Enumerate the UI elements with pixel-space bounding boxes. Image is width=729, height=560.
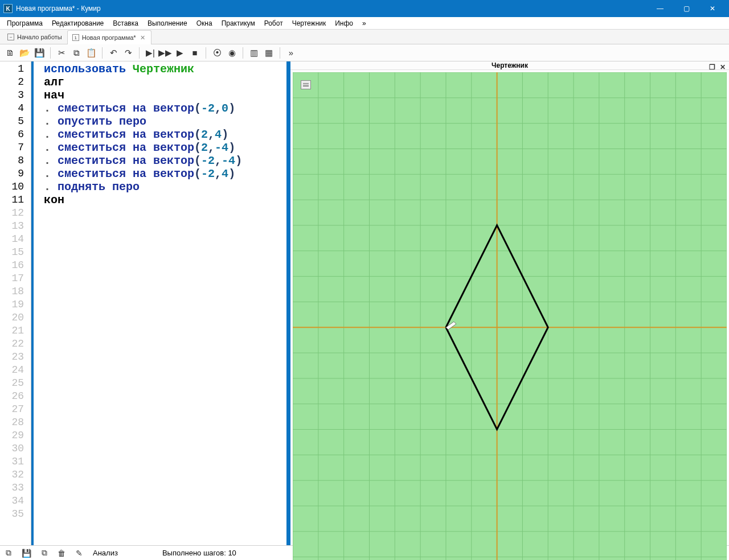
line-number: 12 (0, 207, 31, 220)
drawer-pane: Чертежник ❐ ✕ (290, 61, 729, 545)
tab-icon: ~ (7, 34, 14, 40)
tab-icon: 1 (72, 34, 79, 41)
minimize-button[interactable]: — (647, 0, 673, 17)
undo-button[interactable]: ↶ (107, 47, 120, 59)
app-logo: K (3, 4, 13, 13)
maximize-button[interactable]: ▢ (673, 0, 699, 17)
line-number: 10 (0, 180, 31, 193)
main-area: 1234567891011121314151617181920212223242… (0, 61, 729, 545)
toolbar-separator (139, 47, 140, 59)
status-copy-icon[interactable]: ⧉ (42, 548, 47, 558)
line-number: 20 (0, 311, 31, 324)
line-number: 2 (0, 76, 31, 89)
tab-1[interactable]: 1Новая программа*✕ (67, 30, 151, 44)
line-number: 33 (0, 481, 31, 495)
tab-label: Новая программа* (82, 34, 136, 41)
code-line[interactable]: . поднять перо (44, 180, 284, 193)
open-button[interactable]: 📂 (18, 47, 31, 59)
step-button[interactable]: ▶| (144, 47, 157, 59)
save-button[interactable]: 💾 (33, 47, 46, 59)
more-button[interactable]: » (285, 47, 297, 59)
menu-1[interactable]: Редактирование (47, 18, 108, 28)
document-tabbar: ~Начало работы1Новая программа*✕ (0, 30, 729, 44)
menu-2[interactable]: Вставка (108, 18, 143, 28)
line-number: 19 (0, 298, 31, 311)
close-button[interactable]: ✕ (699, 0, 726, 17)
drawer-canvas[interactable] (293, 72, 727, 560)
line-number: 8 (0, 154, 31, 167)
paste-button[interactable]: 📋 (85, 47, 97, 59)
line-number: 30 (0, 442, 31, 455)
code-line[interactable]: . сместиться на вектор(-2,-4) (44, 154, 284, 167)
code-line[interactable]: . сместиться на вектор(-2,4) (44, 167, 284, 180)
new-button[interactable]: 🗎 (3, 47, 16, 59)
window-title: Новая программа* - Кумир (16, 5, 101, 13)
drawer-header: Чертежник ❐ ✕ (290, 61, 729, 70)
window-titlebar: K Новая программа* - Кумир — ▢ ✕ (0, 0, 729, 17)
menu-8[interactable]: Инфо (330, 18, 358, 28)
metrics-button[interactable]: ▥ (248, 47, 260, 59)
canvas-menu-icon[interactable] (301, 80, 311, 89)
line-number: 13 (0, 220, 31, 233)
grid-button[interactable]: ▦ (263, 47, 275, 59)
line-number: 4 (0, 102, 31, 115)
line-number: 32 (0, 468, 31, 481)
tab-close-icon[interactable]: ✕ (139, 34, 146, 42)
redo-button[interactable]: ↷ (122, 47, 134, 59)
code-line[interactable]: алг (44, 76, 284, 89)
line-number: 22 (0, 337, 31, 351)
code-line[interactable]: использовать Чертежник (44, 63, 284, 76)
menu-6[interactable]: Робот (260, 18, 288, 28)
status-edit-icon[interactable]: ✎ (76, 549, 83, 558)
line-number: 23 (0, 351, 31, 364)
status-save-icon[interactable]: 💾 (22, 549, 31, 558)
toolbar-separator (102, 47, 103, 59)
copy-button[interactable]: ⧉ (70, 47, 83, 59)
cut-button[interactable]: ✂ (55, 47, 68, 59)
trace-button[interactable]: ⦿ (211, 47, 223, 59)
resume-button[interactable]: ▶ (174, 47, 186, 59)
line-number: 29 (0, 429, 31, 442)
code-body[interactable]: использовать Чертежникалгнач. сместиться… (31, 61, 289, 545)
line-number: 15 (0, 246, 31, 259)
watch-button[interactable]: ◉ (226, 47, 238, 59)
menu-0[interactable]: Программа (2, 18, 47, 28)
status-analysis: Анализ (93, 549, 118, 557)
menu-7[interactable]: Чертежник (288, 18, 331, 28)
drawer-canvas-wrap (290, 70, 729, 560)
code-line[interactable]: кон (44, 193, 284, 207)
line-number: 34 (0, 495, 31, 508)
menu-4[interactable]: Окна (192, 18, 217, 28)
line-number: 6 (0, 128, 31, 141)
line-number: 24 (0, 364, 31, 377)
drawer-title: Чертежник (492, 61, 528, 69)
code-line[interactable]: . сместиться на вектор(-2,0) (44, 102, 284, 115)
code-line[interactable]: . сместиться на вектор(2,-4) (44, 141, 284, 154)
line-number: 16 (0, 259, 31, 272)
line-number: 17 (0, 272, 31, 285)
tab-0[interactable]: ~Начало работы (2, 30, 67, 44)
menu-3[interactable]: Выполнение (143, 18, 192, 28)
menu-5[interactable]: Практикум (217, 18, 260, 28)
status-icon[interactable]: ⧉ (6, 548, 11, 558)
menu-9[interactable]: » (358, 18, 371, 28)
code-line[interactable]: . сместиться на вектор(2,4) (44, 128, 284, 141)
line-number: 5 (0, 115, 31, 128)
line-number: 26 (0, 390, 31, 403)
code-line[interactable]: нач (44, 89, 284, 102)
toolbar-separator (243, 47, 243, 59)
line-number: 35 (0, 508, 31, 521)
line-number: 31 (0, 455, 31, 468)
stop-button[interactable]: ■ (189, 47, 201, 59)
tab-label: Начало работы (17, 34, 62, 40)
status-trash-icon[interactable]: 🗑 (58, 549, 65, 558)
code-line[interactable]: . опустить перо (44, 115, 284, 128)
svg-rect-0 (293, 72, 727, 560)
toolbar-separator (280, 47, 280, 59)
code-editor[interactable]: 1234567891011121314151617181920212223242… (0, 61, 290, 545)
line-number: 1 (0, 63, 31, 76)
run-button[interactable]: ▶▶ (159, 47, 171, 59)
line-number: 27 (0, 403, 31, 416)
line-number: 25 (0, 377, 31, 390)
line-number: 21 (0, 324, 31, 337)
